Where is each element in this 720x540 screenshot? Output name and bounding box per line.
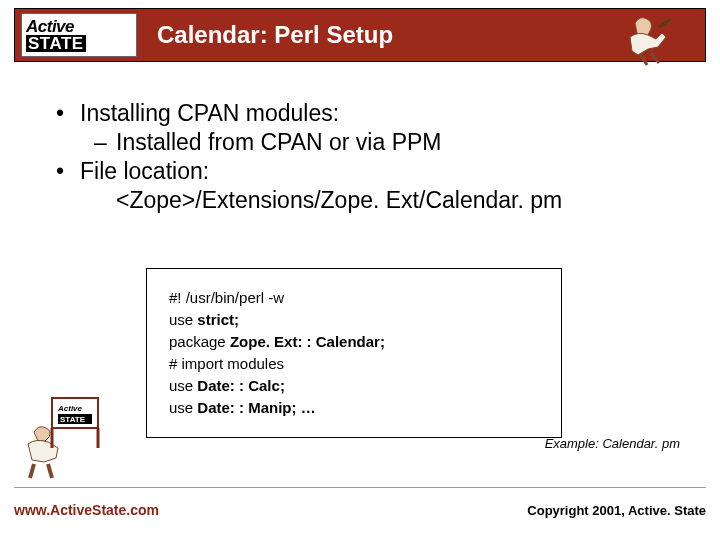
- bullet-level1: File location:: [80, 158, 680, 185]
- code-example-box: #! /usr/bin/perl -w use strict; package …: [146, 268, 562, 438]
- footer-divider: [14, 487, 706, 488]
- brand-logo-bottom: STATE: [26, 35, 86, 52]
- worker-with-sign-icon: Active STATE: [14, 392, 104, 482]
- bullet-level2-plain: <Zope>/Extensions/Zope. Ext/Calendar. pm: [116, 187, 680, 214]
- code-line: #! /usr/bin/perl -w: [169, 287, 543, 309]
- bullet-level2: Installed from CPAN or via PPM: [116, 129, 680, 156]
- brand-logo-top: Active: [26, 18, 132, 35]
- code-line: use Date: : Calc;: [169, 375, 543, 397]
- content-area: Installing CPAN modules: Installed from …: [60, 100, 680, 216]
- bullet-level1: Installing CPAN modules:: [80, 100, 680, 127]
- svg-text:STATE: STATE: [60, 415, 86, 424]
- svg-text:Active: Active: [57, 404, 83, 413]
- code-line: # import modules: [169, 353, 543, 375]
- footer-copyright: Copyright 2001, Active. State: [527, 503, 706, 518]
- code-line: package Zope. Ext: : Calendar;: [169, 331, 543, 353]
- code-caption: Example: Calendar. pm: [545, 436, 680, 451]
- header-bar: Active STATE Calendar: Perl Setup: [14, 8, 706, 62]
- worker-icon: [615, 9, 675, 69]
- code-line: use strict;: [169, 309, 543, 331]
- footer: www.ActiveState.com Copyright 2001, Acti…: [14, 502, 706, 518]
- page-title: Calendar: Perl Setup: [157, 21, 393, 49]
- code-line: use Date: : Manip; …: [169, 397, 543, 419]
- footer-url: www.ActiveState.com: [14, 502, 159, 518]
- brand-logo: Active STATE: [21, 13, 137, 57]
